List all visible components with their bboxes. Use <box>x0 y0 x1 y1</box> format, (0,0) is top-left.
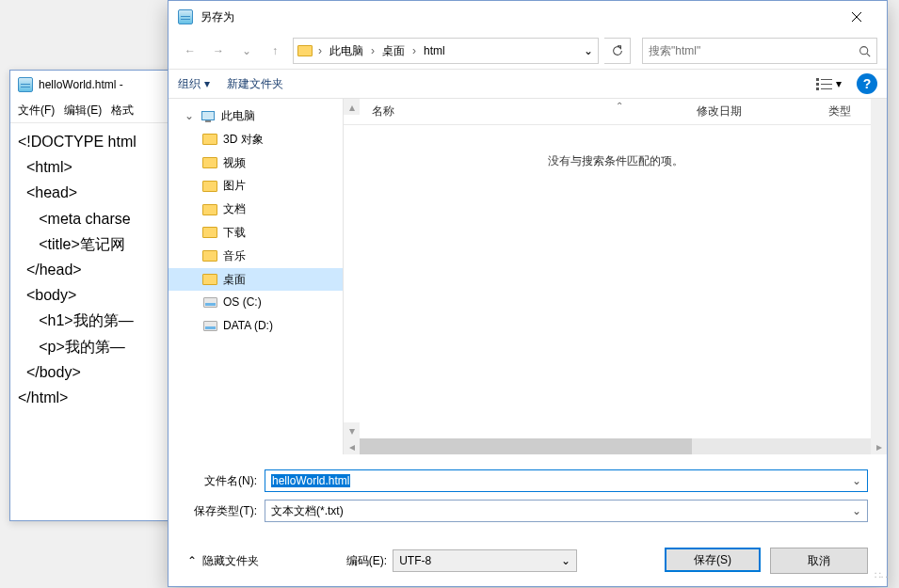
nav-up-button[interactable]: ↑ <box>263 39 287 63</box>
chevron-down-icon: ⌄ <box>852 474 861 487</box>
organize-label: 组织 <box>178 76 201 92</box>
resize-grip[interactable]: ⠠⠄⠠⠤⠄ <box>872 571 885 584</box>
disk-icon <box>203 321 217 331</box>
tree-item--[interactable]: 下载 <box>169 221 343 245</box>
close-button[interactable] <box>836 3 877 31</box>
filename-label: 文件名(N): <box>187 473 265 489</box>
refresh-icon <box>611 44 624 57</box>
tree-item-label: 3D 对象 <box>223 132 264 148</box>
filename-dropdown[interactable]: ⌄ <box>846 474 867 487</box>
vertical-scrollbar[interactable] <box>871 99 887 438</box>
column-name[interactable]: 名称 <box>364 103 689 119</box>
column-headers: ⌃ 名称 修改日期 类型 <box>344 99 887 125</box>
tree-scrollbar[interactable]: ▴ ▾ <box>344 99 360 438</box>
filename-input[interactable]: helloWorld.html <box>271 474 350 487</box>
folder-icon <box>202 204 217 215</box>
tree-item-data-d-[interactable]: DATA (D:) <box>169 314 343 338</box>
sort-asc-icon: ⌃ <box>616 101 623 111</box>
expand-icon[interactable]: ⌄ <box>184 108 195 124</box>
arrow-right-icon: → <box>213 44 224 57</box>
folder-icon <box>202 250 217 262</box>
tree-item-3d-[interactable]: 3D 对象 <box>169 128 343 151</box>
menu-file[interactable]: 文件(F) <box>18 103 55 119</box>
tree-item-label: 音乐 <box>223 248 246 264</box>
save-button[interactable]: 保存(S) <box>665 548 761 572</box>
tree-item--[interactable]: 音乐 <box>169 245 343 268</box>
encoding-label: 编码(E): <box>346 553 387 569</box>
tree-item-label: OS (C:) <box>223 294 262 310</box>
nav-forward-button[interactable]: → <box>206 39 231 63</box>
hide-folders-toggle[interactable]: ⌃ 隐藏文件夹 <box>187 553 259 569</box>
encoding-combobox[interactable]: UTF-8 ⌄ <box>393 549 577 572</box>
tree-item-label: DATA (D:) <box>223 318 273 334</box>
tree-item-label: 此电脑 <box>221 108 255 124</box>
nav-back-button[interactable]: ← <box>178 39 202 63</box>
breadcrumb-desktop[interactable]: 桌面 <box>377 39 410 63</box>
file-fields: 文件名(N): helloWorld.html ⌄ 保存类型(T): 文本文档(… <box>169 454 887 535</box>
arrow-left-icon: ← <box>185 44 196 57</box>
search-box[interactable] <box>642 38 877 64</box>
chevron-up-icon: ⌃ <box>187 554 197 567</box>
menu-format[interactable]: 格式 <box>111 103 134 119</box>
tree-item--[interactable]: ⌄此电脑 <box>169 104 343 128</box>
scrollbar-thumb[interactable] <box>873 212 885 287</box>
scrollbar-thumb[interactable] <box>360 438 692 454</box>
dialog-titlebar[interactable]: 另存为 <box>169 1 887 33</box>
dialog-icon <box>178 9 193 24</box>
organize-menu[interactable]: 组织 ▾ <box>178 76 210 92</box>
tree-item-label: 图片 <box>223 178 246 194</box>
scroll-right-icon[interactable]: ▸ <box>871 438 887 454</box>
tree-item-label: 文档 <box>223 201 246 217</box>
horizontal-scrollbar[interactable]: ◂ ▸ <box>344 438 887 454</box>
menu-edit[interactable]: 编辑(E) <box>64 103 102 119</box>
folder-tree[interactable]: ⌄此电脑3D 对象视频图片文档下载音乐桌面OS (C:)DATA (D:) <box>169 99 344 454</box>
new-folder-button[interactable]: 新建文件夹 <box>227 76 283 92</box>
file-list-area: ▴ ▾ ⌃ 名称 修改日期 类型 没有与搜索条件匹配的项。 ◂ ▸ <box>344 99 887 454</box>
view-options[interactable]: ▾ <box>812 75 845 92</box>
tree-item--[interactable]: 桌面 <box>169 268 343 292</box>
tree-item--[interactable]: 视频 <box>169 151 343 175</box>
folder-icon <box>202 134 217 145</box>
breadcrumb-bar[interactable]: › 此电脑 › 桌面 › html ⌄ <box>293 38 599 64</box>
folder-icon <box>202 181 217 192</box>
scroll-left-icon[interactable]: ◂ <box>344 438 360 454</box>
dialog-footer: ⌃ 隐藏文件夹 编码(E): UTF-8 ⌄ 保存(S) 取消 <box>169 535 887 586</box>
nav-recent-button[interactable]: ⌄ <box>234 39 259 63</box>
filetype-dropdown[interactable]: ⌄ <box>846 504 867 517</box>
column-modified[interactable]: 修改日期 <box>689 103 821 119</box>
svg-rect-4 <box>821 84 832 85</box>
breadcrumb-this-pc[interactable]: 此电脑 <box>324 39 369 63</box>
filetype-combobox[interactable]: 文本文档(*.txt) ⌄ <box>265 500 868 522</box>
pc-icon <box>201 111 215 120</box>
search-button[interactable] <box>852 45 876 57</box>
chevron-down-icon: ⌄ <box>852 504 861 517</box>
disk-icon <box>203 297 217 308</box>
folder-icon <box>202 157 217 168</box>
folder-icon <box>202 274 217 285</box>
encoding-value: UTF-8 <box>399 554 431 567</box>
breadcrumb-html[interactable]: html <box>418 39 451 63</box>
filename-combobox[interactable]: helloWorld.html ⌄ <box>265 469 868 492</box>
save-as-dialog: 另存为 ← → ⌄ ↑ › 此电脑 › 桌面 › html ⌄ <box>168 0 888 587</box>
scroll-down-icon[interactable]: ▾ <box>344 422 360 438</box>
new-folder-label: 新建文件夹 <box>227 76 283 92</box>
breadcrumb-dropdown[interactable]: ⌄ <box>579 44 598 57</box>
refresh-button[interactable] <box>604 38 631 64</box>
chevron-right-icon: › <box>316 44 324 57</box>
svg-rect-5 <box>816 87 819 90</box>
cancel-button[interactable]: 取消 <box>770 548 868 574</box>
svg-rect-1 <box>816 78 819 81</box>
chevron-down-icon: ⌄ <box>242 44 251 57</box>
search-input[interactable] <box>643 44 852 57</box>
chevron-down-icon: ▾ <box>836 77 842 90</box>
tree-item--[interactable]: 文档 <box>169 198 343 221</box>
nav-row: ← → ⌄ ↑ › 此电脑 › 桌面 › html ⌄ <box>169 33 887 69</box>
notepad-title-text: helloWorld.html - <box>39 78 123 91</box>
svg-rect-6 <box>821 88 832 89</box>
tree-item--[interactable]: 图片 <box>169 174 343 198</box>
filetype-value: 文本文档(*.txt) <box>265 503 344 519</box>
hide-folders-label: 隐藏文件夹 <box>202 553 259 569</box>
notepad-icon <box>18 77 33 92</box>
tree-item-os-c-[interactable]: OS (C:) <box>169 291 343 314</box>
help-button[interactable]: ? <box>857 73 877 94</box>
